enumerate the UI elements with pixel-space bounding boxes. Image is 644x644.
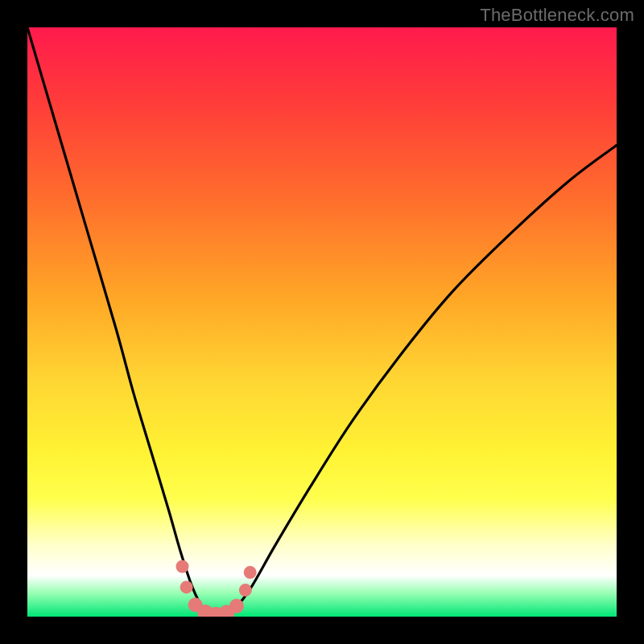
bottleneck-curve: [27, 27, 617, 616]
trough-markers: [176, 560, 257, 617]
trough-marker: [180, 580, 193, 593]
chart-frame: TheBottleneck.com: [0, 0, 644, 644]
trough-marker: [176, 560, 189, 573]
trough-marker: [229, 599, 244, 613]
curve-layer: [27, 27, 617, 617]
plot-area: [27, 27, 617, 617]
watermark-text: TheBottleneck.com: [480, 5, 634, 26]
trough-marker: [244, 566, 257, 579]
trough-marker: [239, 584, 252, 597]
